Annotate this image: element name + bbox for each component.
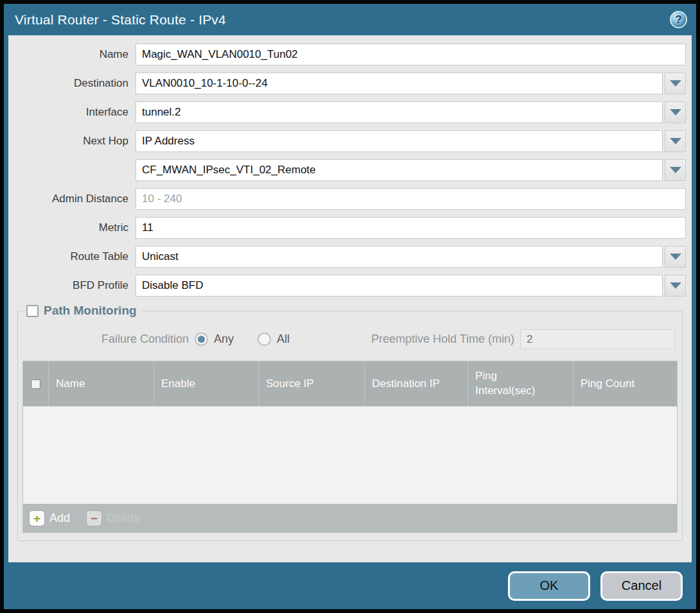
next-hop-dropdown-button[interactable] [665,130,686,152]
metric-label: Metric [8,221,136,234]
dialog-title: Virtual Router - Static Route - IPv4 [15,12,670,28]
column-header-ping-count: Ping Count [573,361,677,406]
next-hop-label: Next Hop [8,135,136,148]
chevron-down-icon [670,109,681,116]
delete-button[interactable]: − Delete [87,511,140,526]
admin-distance-label: Admin Distance [8,193,136,205]
preemptive-hold-time-label: Preemptive Hold Time (min) [371,332,520,346]
dialog-titlebar: Virtual Router - Static Route - IPv4 ? [4,4,696,35]
name-label: Name [8,48,136,61]
plus-icon: + [30,511,44,526]
chevron-down-icon [670,80,681,87]
route-table-select[interactable] [136,246,663,268]
path-monitoring-title: Path Monitoring [44,304,137,318]
preemptive-hold-time-input [520,329,675,349]
failure-condition-all-label: All [277,332,290,346]
path-monitoring-section: Path Monitoring Failure Condition Any Al… [17,304,683,541]
admin-distance-input[interactable] [136,188,686,210]
next-hop-type-select[interactable] [136,130,663,152]
next-hop-address-input[interactable] [136,159,663,181]
bfd-profile-dropdown-button[interactable] [665,275,686,297]
failure-condition-row: Failure Condition Any All Preemptive Hol… [22,320,678,361]
bfd-profile-row: BFD Profile [8,275,692,297]
chevron-down-icon [670,254,681,260]
interface-label: Interface [8,106,136,119]
route-table-label: Route Table [8,250,136,263]
path-monitoring-legend: Path Monitoring [25,304,141,318]
column-header-source-ip: Source IP [259,361,365,406]
next-hop-address-dropdown-button[interactable] [665,159,686,181]
destination-row: Destination [8,73,692,94]
help-icon[interactable]: ? [670,11,687,28]
metric-input[interactable] [136,217,686,239]
destination-input[interactable] [136,73,663,94]
failure-condition-radio-group: Any All [195,332,308,346]
route-table-row: Route Table [8,246,692,268]
ok-button[interactable]: OK [508,571,590,601]
chevron-down-icon [670,167,681,173]
name-row: Name [8,44,692,65]
next-hop-address-row [8,159,692,181]
table-toolbar: + Add − Delete [23,504,677,532]
chevron-down-icon [670,138,681,144]
interface-row: Interface [8,101,692,123]
next-hop-row: Next Hop [8,130,692,152]
chevron-down-icon [670,282,681,289]
failure-condition-any-label: Any [214,332,234,346]
add-button-label: Add [49,512,70,525]
column-header-enable: Enable [154,361,259,406]
cancel-button[interactable]: Cancel [600,571,683,601]
bfd-profile-select[interactable] [136,275,663,297]
destination-label: Destination [8,77,136,90]
bfd-profile-label: BFD Profile [8,279,136,292]
minus-icon: − [87,511,101,526]
failure-condition-label: Failure Condition [22,332,195,346]
path-monitoring-table: Name Enable Source IP Destination IP Pin… [22,361,678,533]
failure-condition-all-radio[interactable] [258,332,271,346]
name-input[interactable] [136,44,686,65]
destination-dropdown-button[interactable] [665,73,686,94]
column-header-ping-interval: Ping Interval(sec) [468,361,573,406]
metric-row: Metric [8,217,692,239]
static-route-dialog: Virtual Router - Static Route - IPv4 ? N… [0,0,700,613]
route-table-dropdown-button[interactable] [665,246,686,268]
path-monitoring-checkbox[interactable] [26,305,39,317]
delete-button-label: Delete [107,512,140,525]
interface-input[interactable] [136,101,663,123]
column-header-name: Name [49,361,154,406]
table-body-empty [23,406,677,504]
column-header-destination-ip: Destination IP [365,361,468,406]
failure-condition-any-radio[interactable] [195,332,208,346]
dialog-footer: OK Cancel [4,562,696,609]
select-all-checkbox[interactable] [31,379,40,389]
dialog-body: Name Destination Interface Next Hop [8,35,692,562]
interface-dropdown-button[interactable] [665,101,686,123]
admin-distance-row: Admin Distance [8,188,692,210]
add-button[interactable]: + Add [30,511,70,526]
table-header-row: Name Enable Source IP Destination IP Pin… [23,361,677,406]
select-all-cell [23,361,49,406]
